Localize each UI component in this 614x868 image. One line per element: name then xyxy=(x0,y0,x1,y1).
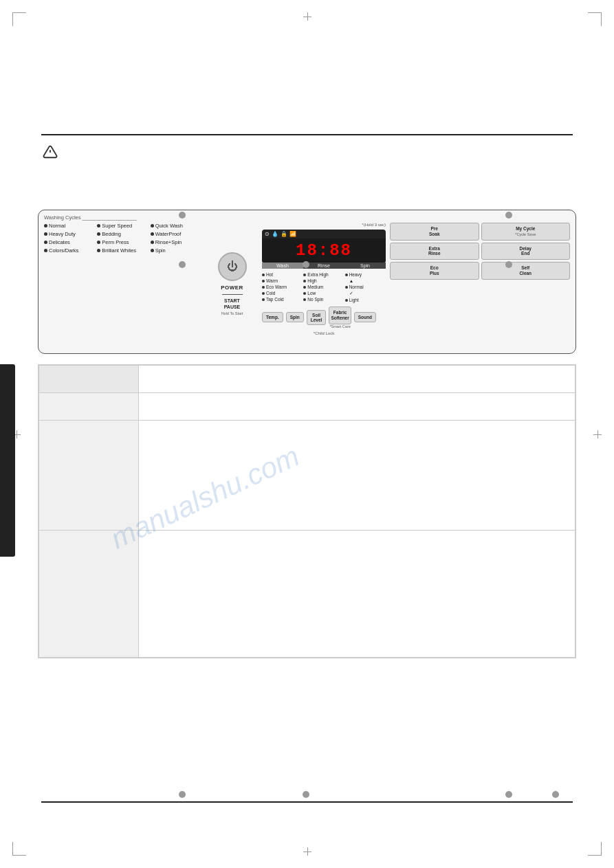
main-content-table xyxy=(38,364,576,658)
display-icons-row: ⊙ 💧 🔒 📶 xyxy=(262,230,386,238)
cycles-row-1: Normal Super Speed Quick Wash xyxy=(44,223,202,229)
opt-heavy: Heavy xyxy=(345,272,386,277)
corner-mark-br xyxy=(588,842,602,856)
cycles-row-4: Colors/Darks Brilliant Whites Spin xyxy=(44,247,202,254)
spin-button[interactable]: Spin xyxy=(286,312,304,322)
tab-rinse: Rinse xyxy=(303,263,344,269)
start-pause-label: STARTPAUSE xyxy=(224,298,241,310)
indicator-dot-9 xyxy=(552,791,559,798)
side-tab xyxy=(0,364,15,557)
eco-plus-button[interactable]: EcoPlus xyxy=(390,262,479,280)
control-panel-diagram: Washing Cycles ___________________ Norma… xyxy=(38,210,576,354)
pre-soak-button[interactable]: PreSoak xyxy=(390,223,479,241)
indicator-dot-2 xyxy=(505,212,512,219)
indicator-dot-8 xyxy=(505,791,512,798)
table-row-3 xyxy=(39,421,575,531)
opt-extra-high: Extra High xyxy=(303,272,344,277)
tab-spin: Spin xyxy=(344,263,386,269)
warning-icon xyxy=(43,144,58,159)
cycle-normal: Normal xyxy=(44,223,96,229)
cross-mark-top xyxy=(303,12,311,21)
opt-normal: Normal xyxy=(345,285,386,289)
start-pause-section: STARTPAUSE Hold To Start xyxy=(221,298,243,315)
opt-no-spin: No Spin xyxy=(303,297,344,302)
opt-eco-warm: Eco Warm xyxy=(262,285,303,289)
cycle-waterproof: WaterProof xyxy=(151,231,202,237)
sound-button[interactable]: Sound xyxy=(354,312,376,322)
cycle-rinse-spin: Rinse+Spin xyxy=(151,239,202,245)
cycles-row-2: Heavy Duty Bedding WaterProof xyxy=(44,231,202,237)
cycles-row-3: Delicates Perm Press Rinse+Spin xyxy=(44,239,202,245)
indicator-dot-5 xyxy=(505,261,512,268)
table-cell-label-3 xyxy=(39,421,139,531)
cycle-delicates: Delicates xyxy=(44,239,96,245)
rinse-icon: 💧 xyxy=(272,231,278,237)
hold-note: *(Hold 3 sec) xyxy=(262,223,386,227)
soil-level-button[interactable]: SoilLevel xyxy=(307,310,327,325)
temp-button[interactable]: Temp. xyxy=(262,312,283,322)
section-divider-top xyxy=(41,134,573,135)
opt-warm: Warm xyxy=(262,278,303,283)
child-lock-label: *Child Lock xyxy=(262,331,386,335)
opt-light: Light xyxy=(345,298,386,302)
table-cell-label-4 xyxy=(39,531,139,658)
display-tabs: Wash Rinse Spin xyxy=(262,263,386,269)
opt-high: High xyxy=(303,278,344,283)
table-row-2 xyxy=(39,393,575,421)
washing-cycles-header: Washing Cycles ___________________ xyxy=(44,214,570,221)
right-section: PreSoak My Cycle*Cycle Save ExtraRinse D… xyxy=(390,223,570,345)
spin-col: Extra High High Medium Low No Spin xyxy=(303,272,344,302)
cycle-perm-press: Perm Press xyxy=(97,239,149,245)
start-pause-sublabel: Hold To Start xyxy=(221,311,243,315)
indicator-dot-6 xyxy=(179,791,186,798)
opt-hot: Hot xyxy=(262,272,303,277)
cross-mark-right xyxy=(593,430,602,438)
cycle-brilliant-whites: Brilliant Whites xyxy=(97,247,149,254)
fabric-softener-button[interactable]: FabricSoftener xyxy=(329,307,351,324)
cycle-spin: Spin xyxy=(151,247,202,254)
cross-mark-bottom xyxy=(303,847,311,856)
power-button[interactable]: ⏻ xyxy=(218,252,247,281)
corner-mark-tl xyxy=(12,12,26,26)
cycle-bedding: Bedding xyxy=(97,231,149,237)
wash-icon: ⊙ xyxy=(265,231,270,237)
indicator-dot-3 xyxy=(179,261,186,268)
display-section: *(Hold 3 sec) ⊙ 💧 🔒 📶 18:88 Wash Rinse S… xyxy=(262,223,386,345)
indicator-dot-1 xyxy=(179,212,186,219)
opt-cold: Cold xyxy=(262,291,303,296)
delay-end-button[interactable]: DelayEnd xyxy=(481,243,571,260)
right-buttons-grid: PreSoak My Cycle*Cycle Save ExtraRinse D… xyxy=(390,223,570,280)
cycle-colors-darks: Colors/Darks xyxy=(44,247,96,254)
my-cycle-button[interactable]: My Cycle*Cycle Save xyxy=(481,223,571,241)
smart-care-label: *Smart Care xyxy=(329,324,350,329)
options-grid: Hot Warm Eco Warm Cold Tap Cold Extra Hi… xyxy=(262,272,386,302)
section-divider-bottom xyxy=(41,801,573,803)
table-cell-content-2 xyxy=(139,393,575,421)
level-col: Heavy ▲ Normal ✓ Light xyxy=(345,272,386,302)
self-clean-button[interactable]: SelfClean xyxy=(481,262,571,280)
table-cell-content-3 xyxy=(139,421,575,531)
opt-low: Low xyxy=(303,291,344,296)
cycle-super-speed: Super Speed xyxy=(97,223,149,229)
extra-rinse-button[interactable]: ExtraRinse xyxy=(390,243,479,260)
display-screen: 18:88 xyxy=(262,238,386,263)
tab-wash: Wash xyxy=(262,263,303,269)
display-wrapper: ⊙ 💧 🔒 📶 18:88 Wash Rinse Spin xyxy=(262,230,386,269)
cycle-quick-wash: Quick Wash xyxy=(151,223,202,229)
opt-tap-cold: Tap Cold xyxy=(262,297,303,302)
table-row-1 xyxy=(39,366,575,393)
table-row-4 xyxy=(39,531,575,658)
table-cell-content-1 xyxy=(139,366,575,393)
table-cell-label-2 xyxy=(39,393,139,421)
lock-icon: 🔒 xyxy=(281,231,287,237)
indicator-dot-4 xyxy=(303,261,309,268)
washing-cycles-section: Normal Super Speed Quick Wash Heavy Duty… xyxy=(44,223,202,345)
corner-mark-bl xyxy=(12,842,26,856)
cycle-heavy-duty: Heavy Duty xyxy=(44,231,96,237)
table-cell-label-1 xyxy=(39,366,139,393)
opt-medium: Medium xyxy=(303,285,344,289)
corner-mark-tr xyxy=(588,12,602,26)
power-section: ⏻ POWER STARTPAUSE Hold To Start xyxy=(206,223,258,345)
bottom-controls: Temp. Spin SoilLevel FabricSoftener *Sma… xyxy=(262,307,386,329)
table-cell-content-4 xyxy=(139,531,575,658)
